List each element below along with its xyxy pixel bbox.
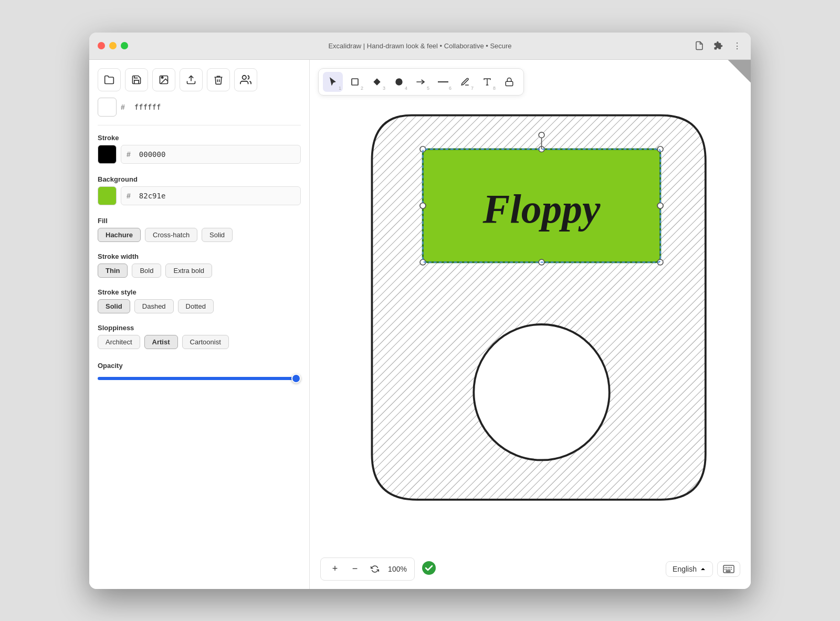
window-title: Excalidraw | Hand-drawn look & feel • Co… — [328, 42, 511, 50]
main-area: # ffffff Stroke # Background — [89, 60, 751, 589]
sidebar-toolbar — [98, 68, 301, 91]
titlebar-actions: ⋮ — [694, 40, 742, 51]
fill-options: Hachure Cross-hatch Solid — [98, 228, 301, 242]
svg-point-27 — [422, 561, 436, 575]
stroke-section: Stroke # — [98, 134, 301, 169]
opacity-label: Opacity — [98, 362, 301, 370]
sloppiness-options: Architect Artist Cartoonist — [98, 335, 301, 349]
stroke-bold-btn[interactable]: Bold — [132, 264, 161, 278]
fill-section: Fill Hachure Cross-hatch Solid — [98, 217, 301, 246]
sloppiness-cartoonist-btn[interactable]: Cartoonist — [182, 335, 229, 349]
save-button[interactable] — [125, 68, 148, 91]
svg-point-26 — [474, 324, 609, 460]
stroke-style-options: Solid Dashed Dotted — [98, 299, 301, 313]
top-color-swatch[interactable] — [98, 98, 117, 117]
keyboard-icon — [723, 565, 734, 573]
zoom-controls: + − 100% — [320, 557, 415, 581]
sloppiness-label: Sloppiness — [98, 324, 301, 332]
health-icon — [421, 560, 437, 578]
traffic-lights — [98, 42, 128, 49]
close-button[interactable] — [98, 42, 105, 49]
zoom-in-button[interactable]: + — [327, 561, 343, 577]
fill-crosshatch-btn[interactable]: Cross-hatch — [145, 228, 197, 242]
canvas-area[interactable]: 1 2 3 4 5 — [310, 60, 751, 589]
stroke-style-solid-btn[interactable]: Solid — [98, 299, 130, 313]
stroke-label: Stroke — [98, 134, 301, 142]
fill-label: Fill — [98, 217, 301, 225]
stroke-width-options: Thin Bold Extra bold — [98, 264, 301, 278]
open-button[interactable] — [98, 68, 121, 91]
stroke-row: # — [98, 145, 301, 164]
fill-solid-btn[interactable]: Solid — [202, 228, 233, 242]
zoom-percent[interactable]: 100% — [387, 565, 408, 573]
bottom-bar: + − 100% English — [310, 557, 751, 581]
top-color-input[interactable]: ffffff — [129, 98, 301, 117]
background-color-swatch[interactable] — [98, 186, 117, 205]
language-select[interactable]: English — [666, 561, 713, 577]
background-section: Background # — [98, 175, 301, 210]
stroke-style-dashed-btn[interactable]: Dashed — [134, 299, 174, 313]
chevron-up-icon — [700, 566, 706, 572]
stroke-color-input-wrapper: # — [121, 145, 301, 164]
background-row: # — [98, 186, 301, 205]
stroke-width-label: Stroke width — [98, 252, 301, 260]
export-image-button[interactable] — [152, 68, 175, 91]
stroke-style-dotted-btn[interactable]: Dotted — [178, 299, 214, 313]
delete-button[interactable] — [207, 68, 230, 91]
svg-point-23 — [420, 203, 426, 208]
fill-hachure-btn[interactable]: Hachure — [98, 228, 141, 242]
canvas-svg[interactable]: Floppy — [310, 60, 751, 589]
background-color-input-wrapper: # — [121, 186, 301, 205]
stroke-style-section: Stroke style Solid Dashed Dotted — [98, 288, 301, 318]
stroke-extra-bold-btn[interactable]: Extra bold — [165, 264, 212, 278]
titlebar: Excalidraw | Hand-drawn look & feel • Co… — [89, 33, 751, 60]
new-file-icon[interactable] — [694, 40, 705, 51]
hash-symbol: # — [121, 103, 125, 111]
divider-1 — [98, 125, 301, 125]
background-color-input[interactable] — [134, 186, 295, 205]
zoom-out-button[interactable]: − — [347, 561, 363, 577]
sloppiness-artist-btn[interactable]: Artist — [144, 335, 178, 349]
language-label: English — [673, 565, 697, 573]
opacity-section: Opacity — [98, 362, 301, 382]
stroke-color-input[interactable] — [134, 145, 295, 164]
sloppiness-section: Sloppiness Architect Artist Cartoonist — [98, 324, 301, 353]
svg-point-24 — [657, 203, 663, 208]
svg-point-20 — [539, 132, 544, 138]
minimize-button[interactable] — [109, 42, 117, 49]
keyboard-button[interactable] — [717, 561, 740, 577]
stroke-thin-btn[interactable]: Thin — [98, 264, 128, 278]
extensions-icon[interactable] — [713, 40, 723, 51]
stroke-width-section: Stroke width Thin Bold Extra bold — [98, 252, 301, 282]
background-label: Background — [98, 175, 301, 183]
sloppiness-architect-btn[interactable]: Architect — [98, 335, 140, 349]
zoom-reset-button[interactable] — [367, 561, 383, 577]
stroke-style-label: Stroke style — [98, 288, 301, 296]
more-options-icon[interactable]: ⋮ — [732, 40, 742, 51]
collaborate-button[interactable] — [234, 68, 257, 91]
stroke-color-swatch[interactable] — [98, 145, 117, 164]
color-picker-row: # ffffff — [98, 98, 301, 117]
sidebar: # ffffff Stroke # Background — [89, 60, 310, 589]
svg-point-2 — [243, 75, 246, 79]
maximize-button[interactable] — [121, 42, 128, 49]
svg-text:Floppy: Floppy — [482, 186, 601, 231]
svg-rect-39 — [726, 571, 730, 572]
opacity-slider[interactable] — [98, 377, 301, 380]
export-button[interactable] — [180, 68, 203, 91]
app-window: Excalidraw | Hand-drawn look & feel • Co… — [89, 33, 751, 589]
